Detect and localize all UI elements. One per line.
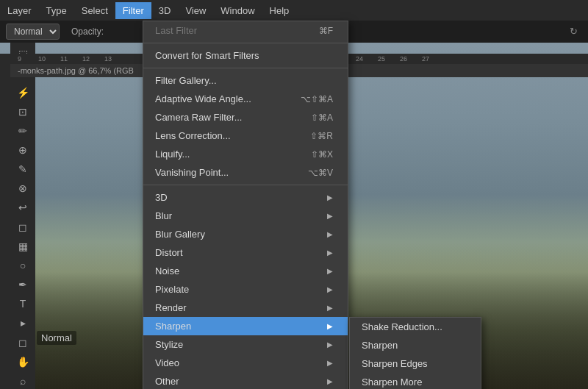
- crop-tool[interactable]: ⊡: [13, 104, 32, 120]
- vanishing-point-label: Vanishing Point...: [155, 167, 229, 178]
- sharpen-submenu: Shake Reduction... Sharpen Sharpen Edges…: [349, 317, 481, 389]
- menu-item-adaptive-wide[interactable]: Adaptive Wide Angle... ⌥⇧⌘A: [143, 90, 348, 108]
- submenu-sharpen-more[interactable]: Sharpen More: [350, 373, 481, 389]
- menu-item-lens-correction[interactable]: Lens Correction... ⇧⌘R: [143, 126, 348, 145]
- adaptive-wide-shortcut: ⌥⇧⌘A: [301, 94, 333, 104]
- gradient-tool[interactable]: ▦: [13, 238, 32, 254]
- filter-dropdown: Last Filter ⌘F Convert for Smart Filters…: [143, 21, 348, 389]
- eraser-tool[interactable]: ◻: [13, 219, 32, 235]
- noise-label: Noise: [155, 265, 179, 276]
- liquify-label: Liquify...: [155, 149, 190, 160]
- brush-tool[interactable]: ✎: [13, 161, 32, 177]
- submenu-sharpen-edges[interactable]: Sharpen Edges: [350, 354, 481, 373]
- sharpen-label: Sharpen: [155, 321, 191, 332]
- path-selection-tool[interactable]: ▸: [13, 315, 32, 331]
- menu-view[interactable]: View: [178, 2, 213, 19]
- menu-item-render[interactable]: Render ▶: [143, 299, 348, 317]
- pen-tool[interactable]: ✒: [13, 276, 32, 293]
- distort-label: Distort: [155, 247, 183, 258]
- ruler-num-11: 11: [60, 55, 68, 63]
- ruler-num-13: 13: [104, 55, 112, 63]
- ruler-num-26: 26: [400, 55, 407, 63]
- menu-item-video[interactable]: Video ▶: [143, 354, 348, 372]
- menu-item-distort[interactable]: Distort ▶: [143, 243, 348, 262]
- distort-arrow: ▶: [327, 249, 333, 257]
- dodge-tool[interactable]: ○: [13, 257, 32, 274]
- menu-item-smart-filters[interactable]: Convert for Smart Filters: [143, 46, 348, 65]
- lens-correction-label: Lens Correction...: [155, 130, 231, 141]
- sharpen-edges-label: Sharpen Edges: [362, 358, 428, 369]
- pixelate-arrow: ▶: [327, 285, 333, 293]
- menu-item-sharpen[interactable]: Sharpen ▶ Shake Reduction... Sharpen Sha…: [143, 317, 348, 335]
- blur-label: Blur: [155, 210, 172, 221]
- blend-mode-label: Normal: [37, 331, 76, 345]
- liquify-shortcut: ⇧⌘X: [311, 149, 333, 160]
- refresh-button[interactable]: ↻: [566, 24, 581, 38]
- sharpen-more-label: Sharpen More: [362, 376, 422, 388]
- last-filter-label: Last Filter: [155, 25, 197, 36]
- other-label: Other: [155, 376, 179, 387]
- zoom-tool[interactable]: ⌕: [13, 373, 32, 389]
- menu-item-noise[interactable]: Noise ▶: [143, 262, 348, 280]
- file-title-text: -monks-path.jpg @ 66,7% (RGB: [18, 66, 134, 75]
- 3d-label: 3D: [155, 192, 168, 203]
- menu-bar: Layer Type Select Filter 3D View Window …: [0, 0, 588, 21]
- camera-raw-label: Camera Raw Filter...: [155, 112, 242, 123]
- menu-item-liquify[interactable]: Liquify... ⇧⌘X: [143, 145, 348, 163]
- menu-layer[interactable]: Layer: [0, 2, 39, 19]
- render-arrow: ▶: [327, 304, 333, 312]
- menu-item-camera-raw[interactable]: Camera Raw Filter... ⇧⌘A: [143, 108, 348, 126]
- magic-wand-tool[interactable]: ⚡: [13, 84, 32, 100]
- menu-type[interactable]: Type: [39, 2, 74, 19]
- filter-gallery-label: Filter Gallery...: [155, 75, 217, 86]
- menu-window[interactable]: Window: [213, 2, 262, 19]
- ruler-num-25: 25: [378, 55, 385, 63]
- submenu-shake-reduction[interactable]: Shake Reduction...: [350, 318, 481, 336]
- menu-item-other[interactable]: Other ▶: [143, 372, 348, 389]
- render-label: Render: [155, 302, 187, 313]
- separator-3: [143, 185, 348, 185]
- blur-arrow: ▶: [327, 212, 333, 220]
- menu-item-vanishing-point[interactable]: Vanishing Point... ⌥⌘V: [143, 163, 348, 182]
- menu-item-blur-gallery[interactable]: Blur Gallery ▶: [143, 225, 348, 243]
- hand-tool[interactable]: ✋: [13, 354, 32, 370]
- menu-item-blur[interactable]: Blur ▶: [143, 207, 348, 225]
- ruler-num-27: 27: [422, 55, 429, 63]
- ruler-num-12: 12: [82, 55, 90, 63]
- video-label: Video: [155, 357, 179, 368]
- blur-gallery-arrow: ▶: [327, 230, 333, 238]
- menu-filter[interactable]: Filter: [115, 2, 151, 19]
- ruler-left: [0, 54, 10, 389]
- camera-raw-shortcut: ⇧⌘A: [311, 113, 333, 123]
- menu-item-3d[interactable]: 3D ▶: [143, 188, 348, 207]
- spot-healing-tool[interactable]: ⊕: [13, 142, 32, 158]
- pixelate-label: Pixelate: [155, 284, 189, 295]
- clone-stamp-tool[interactable]: ⊗: [13, 180, 32, 196]
- video-arrow: ▶: [327, 359, 333, 367]
- menu-3d[interactable]: 3D: [151, 2, 179, 19]
- type-tool[interactable]: T: [13, 296, 32, 312]
- shape-tool[interactable]: ◻: [13, 335, 32, 351]
- submenu-sharpen[interactable]: Sharpen: [350, 336, 481, 354]
- other-arrow: ▶: [327, 377, 333, 385]
- last-filter-shortcut: ⌘F: [319, 26, 333, 36]
- shake-reduction-label: Shake Reduction...: [362, 321, 442, 332]
- blend-mode-select[interactable]: Normal: [6, 24, 60, 40]
- sharpen-arrow: ▶: [327, 322, 333, 330]
- separator-2: [143, 68, 348, 68]
- menu-item-stylize[interactable]: Stylize ▶: [143, 335, 348, 354]
- opacity-label: Opacity:: [71, 26, 104, 37]
- blur-gallery-label: Blur Gallery: [155, 229, 205, 240]
- history-brush-tool[interactable]: ↩: [13, 199, 32, 215]
- eyedropper-tool[interactable]: ✏: [13, 123, 32, 139]
- stylize-arrow: ▶: [327, 340, 333, 349]
- sharpen-only-label: Sharpen: [362, 340, 398, 351]
- stylize-label: Stylize: [155, 339, 183, 350]
- menu-item-filter-gallery[interactable]: Filter Gallery...: [143, 71, 348, 90]
- menu-item-pixelate[interactable]: Pixelate ▶: [143, 280, 348, 299]
- vanishing-point-shortcut: ⌥⌘V: [308, 168, 333, 178]
- menu-help[interactable]: Help: [262, 2, 297, 19]
- menu-select[interactable]: Select: [74, 2, 115, 19]
- menu-item-last-filter[interactable]: Last Filter ⌘F: [143, 21, 348, 40]
- ruler-num-10: 10: [38, 55, 46, 63]
